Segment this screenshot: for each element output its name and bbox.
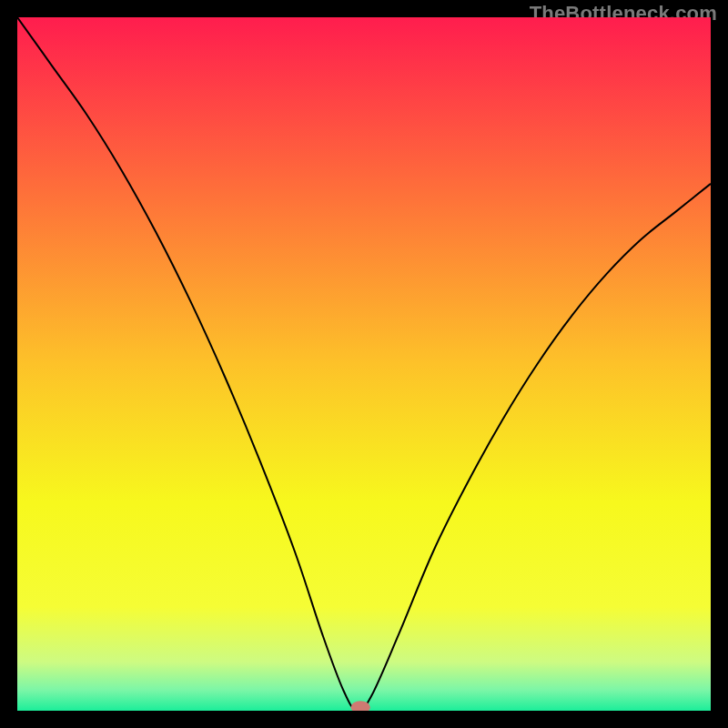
- chart-svg: [17, 17, 711, 711]
- chart-plot-area: [17, 17, 711, 711]
- chart-background: [17, 17, 711, 711]
- chart-frame: TheBottleneck.com: [0, 0, 728, 728]
